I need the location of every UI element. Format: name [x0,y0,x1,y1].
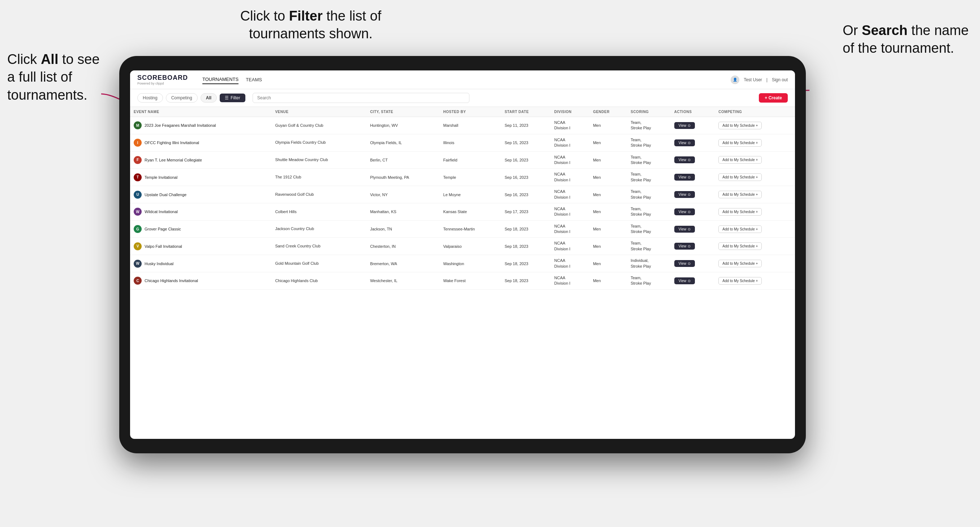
team-icon-7: V [134,242,142,250]
view-button-4[interactable]: View ⊙ [674,191,695,198]
nav-teams[interactable]: TEAMS [246,76,262,84]
cell-venue-6: Jackson Country Club [271,220,366,238]
search-input[interactable] [253,93,469,103]
cell-hosted-4: Le Moyne [440,186,501,203]
cell-division-0: NCAADivision I [551,117,589,134]
sign-out-link[interactable]: Sign out [772,77,788,83]
add-schedule-button-6[interactable]: Add to My Schedule + [718,225,762,233]
view-button-9[interactable]: View ⊙ [674,278,695,284]
logo-subtitle: Powered by clippd [137,82,188,85]
view-icon-9: ⊙ [688,279,690,283]
cell-city-2: Berlin, CT [366,151,439,169]
add-schedule-button-7[interactable]: Add to My Schedule + [718,242,762,250]
cell-city-0: Huntington, WV [366,117,439,134]
team-icon-4: U [134,191,142,198]
col-start-date: START DATE [501,107,550,117]
view-button-0[interactable]: View ⊙ [674,122,695,129]
cell-hosted-0: Marshall [440,117,501,134]
cell-competing-1: Add to My Schedule + [715,134,795,151]
event-name-text-5: Wildcat Invitational [145,210,178,214]
cell-division-4: NCAADivision I [551,186,589,203]
cell-competing-3: Add to My Schedule + [715,169,795,186]
add-schedule-button-2[interactable]: Add to My Schedule + [718,156,762,163]
table-row: F Ryan T. Lee Memorial Collegiate Shuttl… [130,151,795,169]
tab-hosting[interactable]: Hosting [137,93,163,103]
table-row: G Grover Page Classic Jackson Country Cl… [130,220,795,238]
view-button-1[interactable]: View ⊙ [674,140,695,146]
table-body: M 2023 Joe Feaganes Marshall Invitationa… [130,117,795,290]
cell-actions-5: View ⊙ [671,203,715,220]
view-button-3[interactable]: View ⊙ [674,174,695,181]
tab-all[interactable]: All [200,93,217,103]
cell-event-name-2: F Ryan T. Lee Memorial Collegiate [130,151,271,169]
create-button[interactable]: + Create [759,93,788,103]
cell-city-8: Bremerton, WA [366,255,439,272]
annotation-top: Click to Filter the list of tournaments … [210,7,412,43]
add-schedule-button-0[interactable]: Add to My Schedule + [718,122,762,129]
col-gender: GENDER [589,107,627,117]
cell-event-name-8: W Husky Individual [130,255,271,272]
cell-city-9: Westchester, IL [366,272,439,290]
view-button-7[interactable]: View ⊙ [674,243,695,249]
add-schedule-button-9[interactable]: Add to My Schedule + [718,277,762,285]
view-button-8[interactable]: View ⊙ [674,260,695,267]
cell-venue-9: Chicago Highlands Club [271,272,366,290]
cell-competing-5: Add to My Schedule + [715,203,795,220]
cell-date-6: Sep 18, 2023 [501,220,550,238]
add-schedule-button-5[interactable]: Add to My Schedule + [718,208,762,216]
cell-date-3: Sep 16, 2023 [501,169,550,186]
cell-division-2: NCAADivision I [551,151,589,169]
cell-city-5: Manhattan, KS [366,203,439,220]
cell-gender-0: Men [589,117,627,134]
cell-date-2: Sep 16, 2023 [501,151,550,169]
cell-date-5: Sep 17, 2023 [501,203,550,220]
cell-scoring-0: Team,Stroke Play [627,117,671,134]
view-button-5[interactable]: View ⊙ [674,208,695,215]
cell-city-1: Olympia Fields, IL [366,134,439,151]
view-icon-0: ⊙ [688,124,690,127]
cell-city-4: Victor, NY [366,186,439,203]
cell-actions-8: View ⊙ [671,255,715,272]
cell-hosted-7: Valparaiso [440,238,501,255]
add-schedule-button-1[interactable]: Add to My Schedule + [718,139,762,147]
nav-tournaments[interactable]: TOURNAMENTS [202,75,239,84]
view-icon-5: ⊙ [688,210,690,214]
cell-scoring-7: Team,Stroke Play [627,238,671,255]
filter-button[interactable]: ☰ Filter [220,94,245,102]
add-schedule-button-3[interactable]: Add to My Schedule + [718,173,762,181]
cell-event-name-1: I OFCC Fighting Illini Invitational [130,134,271,151]
table-row: U Upstate Dual Challenge Ravenwood Golf … [130,186,795,203]
header-right: 👤 Test User | Sign out [731,76,788,84]
team-icon-9: C [134,277,142,285]
cell-gender-9: Men [589,272,627,290]
cell-venue-7: Sand Creek Country Club [271,238,366,255]
cell-scoring-1: Team,Stroke Play [627,134,671,151]
add-schedule-button-4[interactable]: Add to My Schedule + [718,191,762,198]
cell-scoring-2: Team,Stroke Play [627,151,671,169]
cell-city-3: Plymouth Meeting, PA [366,169,439,186]
annotation-right: Or Search the name of the tournament. [843,22,973,57]
col-scoring: SCORING [627,107,671,117]
table-row: T Temple Invitational The 1912 Club Plym… [130,169,795,186]
cell-gender-3: Men [589,169,627,186]
view-button-6[interactable]: View ⊙ [674,226,695,233]
tablet-screen: SCOREBOARD Powered by clippd TOURNAMENTS… [130,70,795,439]
view-button-2[interactable]: View ⊙ [674,156,695,163]
cell-hosted-9: Wake Forest [440,272,501,290]
tab-competing[interactable]: Competing [166,93,198,103]
cell-competing-0: Add to My Schedule + [715,117,795,134]
cell-division-5: NCAADivision I [551,203,589,220]
cell-scoring-4: Team,Stroke Play [627,186,671,203]
tournaments-table: EVENT NAME VENUE CITY, STATE HOSTED BY S… [130,107,795,290]
cell-scoring-6: Team,Stroke Play [627,220,671,238]
cell-actions-0: View ⊙ [671,117,715,134]
cell-event-name-9: C Chicago Highlands Invitational [130,272,271,290]
team-icon-5: W [134,208,142,216]
main-nav: TOURNAMENTS TEAMS [202,75,262,84]
search-box [253,93,469,103]
cell-event-name-6: G Grover Page Classic [130,220,271,238]
cell-event-name-3: T Temple Invitational [130,169,271,186]
cell-gender-8: Men [589,255,627,272]
cell-actions-2: View ⊙ [671,151,715,169]
add-schedule-button-8[interactable]: Add to My Schedule + [718,260,762,267]
